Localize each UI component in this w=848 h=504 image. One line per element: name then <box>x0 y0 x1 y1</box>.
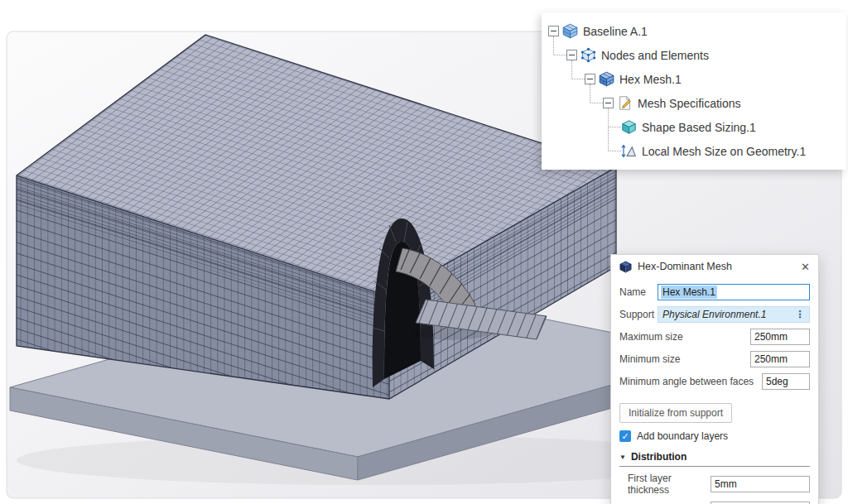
name-label: Name <box>619 286 646 298</box>
specification-tree-panel: Baseline A.1 Nodes and Elements Hex Mesh… <box>542 12 846 170</box>
tree-item-local-mesh-size[interactable]: Local Mesh Size on Geometry.1 <box>542 139 846 163</box>
hex-mesh-icon <box>619 261 632 273</box>
tree-item-nodes-and-elements[interactable]: Nodes and Elements <box>542 43 846 67</box>
tree-item-shape-based-sizing[interactable]: Shape Based Sizing.1 <box>542 115 846 139</box>
baseline-icon <box>562 23 578 39</box>
tree-item-label[interactable]: Baseline A.1 <box>583 25 648 38</box>
hex-mesh-icon <box>599 71 614 87</box>
name-row: Name Hex Mesh.1 <box>619 284 810 300</box>
first-layer-thickness-input[interactable] <box>711 476 810 492</box>
dialog-title-bar: Hex-Dominant Mesh ✕ <box>619 255 810 278</box>
tree-item-baseline[interactable]: Baseline A.1 <box>542 19 846 43</box>
maximum-size-input[interactable] <box>750 329 810 345</box>
add-boundary-layers-checkbox[interactable]: ✓ <box>619 430 631 442</box>
support-label: Support <box>619 309 654 320</box>
collapse-icon[interactable] <box>548 26 559 36</box>
initialize-from-support-button[interactable]: Initialize from support <box>619 403 732 423</box>
minimum-size-label: Minimum size <box>619 353 680 365</box>
distribution-section-header[interactable]: ▼ Distribution <box>619 451 810 467</box>
support-input[interactable]: Physical Environment.1 ⋮ <box>658 306 810 323</box>
overflow-menu-icon[interactable]: ⋮ <box>795 309 805 320</box>
add-boundary-layers-label: Add boundary layers <box>637 430 728 442</box>
maximum-size-row: Maximum size <box>619 329 810 345</box>
distribution-title: Distribution <box>631 451 687 463</box>
minimum-angle-label: Minimum angle between faces <box>619 376 754 387</box>
hex-dominant-mesh-dialog: Hex-Dominant Mesh ✕ Name Hex Mesh.1 Supp… <box>610 254 819 504</box>
name-value: Hex Mesh.1 <box>661 286 717 299</box>
mesh-specifications-icon <box>617 95 633 111</box>
section-caret-icon: ▼ <box>619 454 626 461</box>
minimum-size-row: Minimum size <box>619 351 810 367</box>
tree-item-label[interactable]: Local Mesh Size on Geometry.1 <box>642 145 806 158</box>
tree-item-mesh-specifications[interactable]: Mesh Specifications <box>542 91 846 115</box>
tree-item-hex-mesh[interactable]: Hex Mesh.1 <box>542 67 846 91</box>
shape-based-sizing-icon <box>621 119 637 135</box>
maximum-size-label: Maximum size <box>619 331 683 343</box>
collapse-icon[interactable] <box>566 50 577 60</box>
support-value: Physical Environment.1 <box>662 309 766 320</box>
minimum-size-input[interactable] <box>750 351 810 367</box>
minimum-angle-row: Minimum angle between faces <box>619 373 810 390</box>
dialog-title: Hex-Dominant Mesh <box>638 261 732 272</box>
local-mesh-size-icon <box>621 143 637 159</box>
collapse-icon[interactable] <box>603 98 614 108</box>
name-input[interactable]: Hex Mesh.1 <box>658 284 810 300</box>
tree-item-label[interactable]: Hex Mesh.1 <box>619 73 682 86</box>
first-layer-thickness-label: First layer thickness <box>628 473 711 496</box>
minimum-angle-input[interactable] <box>762 373 810 390</box>
support-row: Support Physical Environment.1 ⋮ <box>619 306 810 323</box>
add-boundary-layers-row: ✓ Add boundary layers <box>619 430 810 442</box>
tree-item-label[interactable]: Mesh Specifications <box>638 97 741 110</box>
nodes-and-elements-icon <box>581 47 596 63</box>
collapse-icon[interactable] <box>585 74 595 84</box>
check-icon: ✓ <box>621 431 629 441</box>
tree-item-label[interactable]: Nodes and Elements <box>601 49 709 62</box>
tree-item-label[interactable]: Shape Based Sizing.1 <box>642 121 756 134</box>
close-icon[interactable]: ✕ <box>801 261 810 273</box>
first-layer-thickness-row: First layer thickness <box>619 473 810 496</box>
